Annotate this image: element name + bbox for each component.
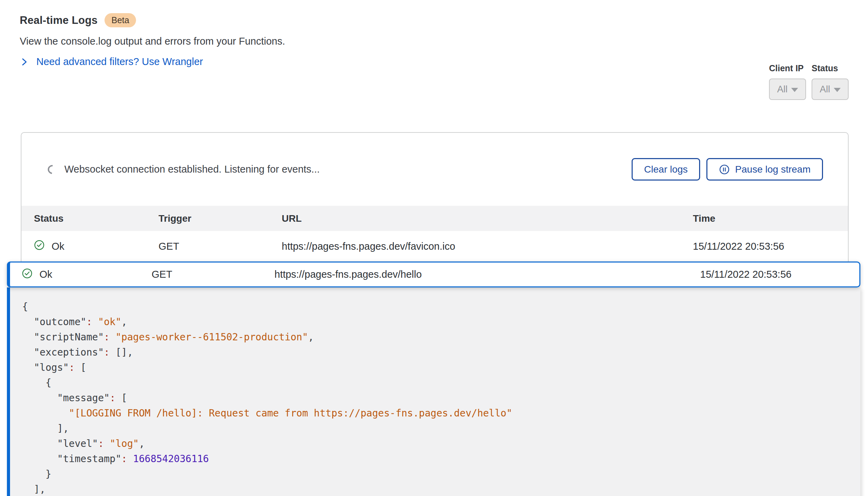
log-filters: Client IP All Status All [769,63,849,100]
client-ip-filter-value: All [777,84,787,95]
client-ip-filter-label: Client IP [769,63,806,73]
code-line: "level": "log", [22,436,847,451]
page-header: Real-time Logs Beta View the console.log… [0,0,868,68]
page-title: Real-time Logs [20,14,98,27]
column-header-status: Status [34,213,159,224]
caret-down-icon [834,88,841,92]
circle-check-icon [34,240,45,253]
wrangler-link[interactable]: Need advanced filters? Use Wrangler [20,56,203,67]
url-text: https://pages-fns.pages.dev/hello [274,269,700,280]
loading-spinner-icon [46,163,59,176]
code-line: { [22,375,847,391]
column-header-time: Time [693,213,835,224]
log-detail-json: { "outcome": "ok", "scriptName": "pages-… [7,287,860,496]
code-line: "outcome": "ok", [22,314,847,330]
pause-log-stream-label: Pause log stream [735,164,811,175]
code-line: "exceptions": [], [22,345,847,360]
trigger-text: GET [159,241,282,252]
status-filter-label: Status [812,63,849,73]
circle-pause-icon [719,164,730,175]
expanded-log-row: Ok GET https://pages-fns.pages.dev/hello… [7,261,860,496]
chevron-right-icon [20,57,29,67]
column-header-trigger: Trigger [159,213,282,224]
code-line: ], [22,421,847,436]
status-text: Ok [39,269,52,280]
code-line: ], [22,482,847,496]
code-line: } [22,467,847,482]
page-subtitle: View the console.log output and errors f… [20,36,849,47]
url-text: https://pages-fns.pages.dev/favicon.ico [282,241,693,252]
pause-log-stream-button[interactable]: Pause log stream [706,158,823,181]
client-ip-filter-dropdown[interactable]: All [769,79,806,100]
circle-check-icon [22,268,33,281]
beta-badge: Beta [105,13,136,27]
status-filter-value: All [820,84,830,95]
clear-logs-button[interactable]: Clear logs [632,158,700,181]
time-text: 15/11/2022 20:53:56 [700,269,849,280]
column-header-url: URL [282,213,693,224]
trigger-text: GET [152,269,274,280]
websocket-status-message: Websocket connection established. Listen… [64,164,320,175]
clear-logs-label: Clear logs [644,164,688,175]
log-table-header: Status Trigger URL Time [21,206,848,231]
code-line: "timestamp": 1668542036116 [22,451,847,467]
time-text: 15/11/2022 20:53:56 [693,241,835,252]
code-line: "logs": [ [22,360,847,375]
stream-status-bar: Websocket connection established. Listen… [21,133,848,206]
expanded-row-summary[interactable]: Ok GET https://pages-fns.pages.dev/hello… [7,261,860,287]
status-text: Ok [52,241,64,252]
status-filter-dropdown[interactable]: All [812,79,849,100]
wrangler-link-label: Need advanced filters? Use Wrangler [36,56,203,67]
code-line: "scriptName": "pages-worker--611502-prod… [22,330,847,345]
code-line: "message": [ [22,391,847,406]
code-line: "[LOGGING FROM /hello]: Request came fro… [22,406,847,421]
logs-card: Websocket connection established. Listen… [21,132,849,496]
log-row[interactable]: Ok GET https://pages-fns.pages.dev/favic… [21,231,848,261]
caret-down-icon [791,88,798,92]
code-line: { [22,299,847,314]
